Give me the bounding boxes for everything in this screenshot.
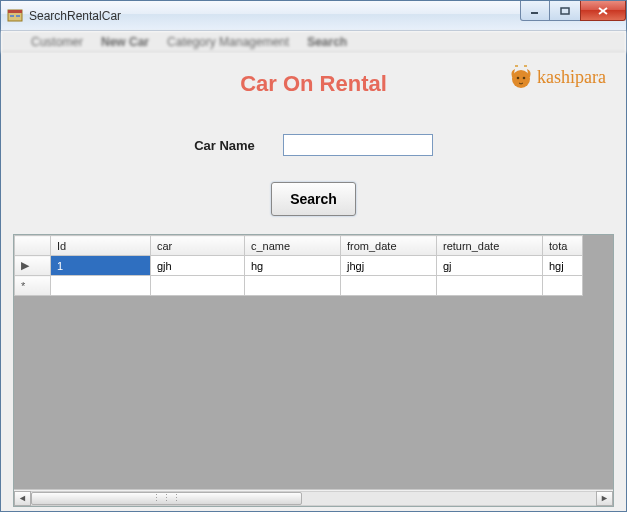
car-name-input[interactable]: [283, 134, 433, 156]
app-icon: [7, 8, 23, 24]
svg-rect-2: [10, 15, 14, 17]
results-grid: Id car c_name from_date return_date tota…: [13, 234, 614, 507]
svg-point-9: [517, 77, 520, 80]
window-title: SearchRentalCar: [29, 9, 121, 23]
col-header-return[interactable]: return_date: [437, 236, 543, 256]
brand-text: kashipara: [537, 67, 606, 88]
cell-cname[interactable]: hg: [245, 256, 341, 276]
cell-empty[interactable]: [245, 276, 341, 296]
cell-empty[interactable]: [437, 276, 543, 296]
row-header-corner: [15, 236, 51, 256]
app-window: SearchRentalCar Customer New Car Categor…: [0, 0, 627, 512]
bg-menu-item: Search: [307, 35, 347, 49]
background-menubar: Customer New Car Category Management Sea…: [1, 31, 626, 53]
car-name-label: Car Name: [194, 138, 255, 153]
scroll-left-arrow-icon[interactable]: ◄: [14, 491, 31, 506]
table-row-new[interactable]: *: [15, 276, 583, 296]
search-form-row: Car Name: [13, 130, 614, 160]
lion-icon: [507, 63, 535, 91]
cell-id[interactable]: 1: [51, 256, 151, 276]
svg-rect-12: [524, 65, 527, 67]
cell-empty[interactable]: [341, 276, 437, 296]
col-header-cname[interactable]: c_name: [245, 236, 341, 256]
col-header-total[interactable]: tota: [543, 236, 583, 256]
data-table[interactable]: Id car c_name from_date return_date tota…: [14, 235, 583, 296]
grid-viewport[interactable]: Id car c_name from_date return_date tota…: [14, 235, 613, 489]
page-title: Car On Rental: [240, 71, 387, 97]
col-header-from[interactable]: from_date: [341, 236, 437, 256]
svg-rect-3: [16, 15, 20, 17]
header-row: Car On Rental kashipara: [13, 65, 614, 120]
cell-car[interactable]: gjh: [151, 256, 245, 276]
client-area: Car On Rental kashipara: [1, 53, 626, 511]
search-button[interactable]: Search: [271, 182, 356, 216]
svg-rect-11: [515, 65, 518, 67]
col-header-car[interactable]: car: [151, 236, 245, 256]
minimize-button[interactable]: [520, 1, 550, 21]
cell-from[interactable]: jhgj: [341, 256, 437, 276]
svg-rect-1: [8, 10, 22, 13]
horizontal-scrollbar[interactable]: ◄ ⋮⋮⋮ ►: [14, 489, 613, 506]
cell-empty[interactable]: [151, 276, 245, 296]
cell-return[interactable]: gj: [437, 256, 543, 276]
bg-menu-item: New Car: [101, 35, 149, 49]
bg-menu-item: Category Management: [167, 35, 289, 49]
header-row: Id car c_name from_date return_date tota: [15, 236, 583, 256]
scroll-track[interactable]: ⋮⋮⋮: [31, 491, 596, 506]
close-button[interactable]: [580, 1, 626, 21]
scroll-right-arrow-icon[interactable]: ►: [596, 491, 613, 506]
brand-logo: kashipara: [507, 63, 606, 91]
bg-menu-item: Customer: [31, 35, 83, 49]
row-indicator-new: *: [15, 276, 51, 296]
cell-empty[interactable]: [51, 276, 151, 296]
maximize-button[interactable]: [550, 1, 580, 21]
svg-rect-5: [561, 8, 569, 14]
search-button-row: Search: [13, 182, 614, 216]
scroll-thumb[interactable]: ⋮⋮⋮: [31, 492, 302, 505]
titlebar[interactable]: SearchRentalCar: [1, 1, 626, 31]
col-header-id[interactable]: Id: [51, 236, 151, 256]
row-indicator-current: ▶: [15, 256, 51, 276]
cell-empty[interactable]: [543, 276, 583, 296]
window-controls: [520, 1, 626, 21]
svg-point-10: [523, 77, 526, 80]
cell-total[interactable]: hgj: [543, 256, 583, 276]
svg-point-8: [512, 70, 530, 88]
table-row[interactable]: ▶ 1 gjh hg jhgj gj hgj: [15, 256, 583, 276]
